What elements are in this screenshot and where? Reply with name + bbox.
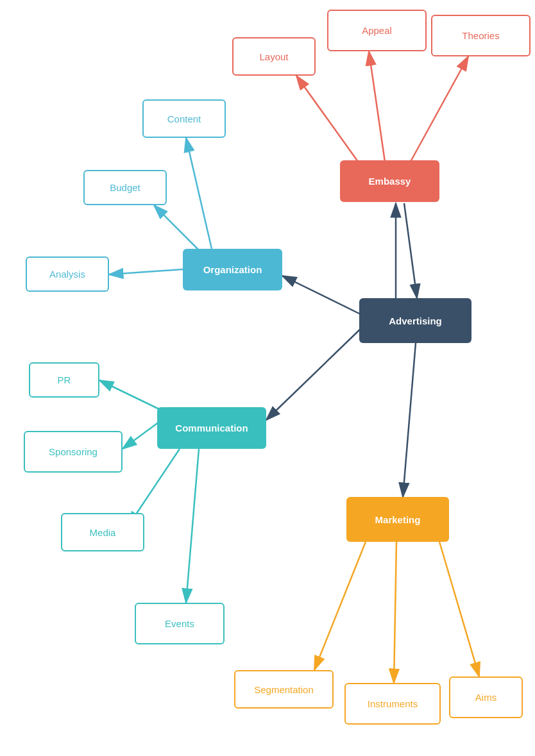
svg-line-12 — [109, 269, 183, 274]
svg-line-22 — [439, 542, 479, 676]
appeal-node: Appeal — [327, 10, 427, 51]
pr-node: PR — [29, 362, 99, 398]
svg-line-16 — [123, 422, 159, 449]
segmentation-node: Segmentation — [234, 670, 334, 709]
organization-node: Organization — [183, 249, 282, 290]
aims-node: Aims — [449, 676, 523, 718]
svg-line-5 — [369, 51, 385, 162]
marketing-node: Marketing — [346, 497, 449, 542]
advertising-node: Advertising — [359, 298, 471, 343]
content-node: Content — [142, 99, 226, 138]
analysis-node: Analysis — [26, 256, 109, 292]
media-node: Media — [61, 513, 144, 551]
instruments-node: Instruments — [344, 683, 441, 725]
svg-line-20 — [314, 542, 366, 670]
svg-line-7 — [296, 76, 358, 162]
svg-line-13 — [282, 276, 361, 314]
svg-line-9 — [404, 203, 417, 298]
svg-line-15 — [99, 380, 159, 409]
svg-line-6 — [411, 56, 468, 162]
budget-node: Budget — [83, 170, 167, 205]
sponsoring-node: Sponsoring — [24, 431, 123, 473]
svg-line-21 — [394, 542, 396, 683]
communication-node: Communication — [157, 407, 266, 449]
layout-node: Layout — [232, 37, 316, 76]
svg-line-19 — [403, 343, 416, 497]
svg-line-10 — [186, 138, 212, 249]
theories-node: Theories — [431, 15, 531, 56]
svg-line-18 — [186, 449, 199, 603]
embassy-node: Embassy — [340, 160, 439, 202]
svg-line-14 — [266, 327, 362, 420]
svg-line-11 — [154, 205, 199, 250]
events-node: Events — [135, 603, 225, 644]
